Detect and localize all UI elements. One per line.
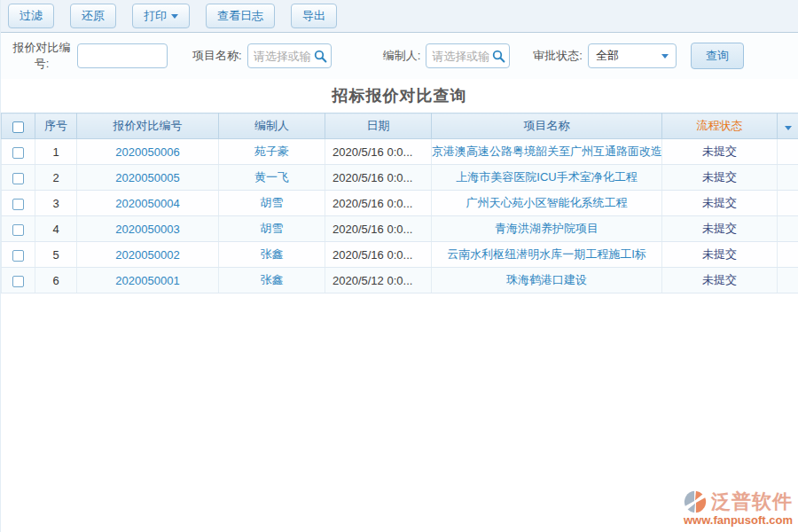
caret-down-icon	[171, 14, 178, 19]
seq-cell: 4	[35, 216, 77, 242]
approval-status-label: 审批状态:	[533, 48, 583, 64]
creator-label: 编制人:	[383, 48, 421, 64]
filter-button-label: 过滤	[20, 8, 43, 24]
project-link[interactable]: 青海洪湖养护院项目	[432, 216, 662, 242]
export-button[interactable]: 导出	[291, 4, 337, 28]
select-all-checkbox[interactable]	[12, 121, 24, 133]
date-cell: 2020/5/16 0:0...	[325, 191, 432, 216]
print-button[interactable]: 打印	[132, 4, 190, 28]
table-row: 2 2020050005 黄一飞 2020/5/16 0:0... 上海市美容医…	[2, 165, 798, 191]
creator-cell: 胡雪	[219, 216, 325, 242]
status-cell: 未提交	[662, 268, 778, 293]
creator-cell: 黄一飞	[219, 165, 325, 191]
compare-no-label: 报价对比编号:	[10, 40, 74, 71]
table-row: 5 2020050002 张鑫 2020/5/16 0:0... 云南水利枢纽潜…	[2, 242, 798, 268]
table-row: 1 2020050006 苑子豪 2020/5/16 0:0... 京港澳高速公…	[2, 139, 798, 165]
status-cell: 未提交	[662, 216, 778, 242]
restore-button-label: 还原	[82, 8, 105, 24]
page: 过滤 还原 打印 查看日志 导出 报价对比编号: 项目名称: 编制人:	[0, 0, 798, 532]
project-link[interactable]: 广州天心苑小区智能化系统工程	[432, 191, 662, 216]
data-table: 序号 报价对比编号 编制人 日期 项目名称 流程状态 1 2020050006 …	[1, 113, 798, 293]
quote-no-link[interactable]: 2020050003	[77, 216, 219, 242]
page-title: 招标报价对比查询	[332, 85, 467, 106]
quote-no-link[interactable]: 2020050002	[77, 242, 219, 268]
row-checkbox[interactable]	[12, 224, 24, 236]
quote-no-link[interactable]: 2020050006	[77, 139, 219, 165]
quote-no-link[interactable]: 2020050005	[77, 165, 219, 191]
status-cell: 未提交	[662, 165, 778, 191]
date-cell: 2020/5/12 0:0...	[325, 268, 432, 293]
row-checkbox[interactable]	[12, 173, 24, 184]
quote-no-link[interactable]: 2020050001	[77, 268, 219, 293]
brand-name: 泛普软件	[711, 489, 793, 515]
quote-no-link[interactable]: 2020050004	[77, 191, 219, 216]
column-filter-cell	[778, 113, 798, 139]
creator-cell: 张鑫	[219, 242, 325, 268]
select-all-cell	[2, 113, 35, 139]
row-checkbox[interactable]	[12, 250, 24, 262]
status-cell: 未提交	[662, 191, 778, 216]
header-date: 日期	[325, 113, 432, 139]
caret-down-icon	[661, 54, 669, 59]
header-quote-no: 报价对比编号	[77, 113, 219, 139]
date-cell: 2020/5/16 0:0...	[325, 165, 432, 191]
status-cell: 未提交	[662, 242, 778, 268]
seq-cell: 3	[35, 191, 77, 216]
seq-cell: 1	[35, 139, 77, 165]
approval-status-value: 全部	[596, 48, 619, 64]
search-icon[interactable]	[492, 50, 505, 63]
compare-no-input[interactable]	[77, 43, 168, 68]
creator-cell: 胡雪	[219, 191, 325, 216]
project-link[interactable]: 云南水利枢纽潜明水库一期工程施工I标	[432, 242, 662, 268]
table-row: 6 2020050001 张鑫 2020/5/12 0:0... 珠海鹤港口建设…	[2, 268, 798, 293]
view-log-button[interactable]: 查看日志	[206, 4, 275, 28]
seq-cell: 5	[35, 242, 77, 268]
project-name-label: 项目名称:	[192, 48, 242, 64]
fanpu-logo-icon	[683, 489, 708, 514]
header-creator: 编制人	[219, 113, 325, 139]
approval-status-select[interactable]: 全部	[588, 43, 677, 68]
query-button[interactable]: 查询	[691, 43, 744, 69]
filter-button[interactable]: 过滤	[8, 4, 54, 28]
watermark: 泛普软件 www.fanpusoft.com	[683, 489, 793, 527]
project-link[interactable]: 珠海鹤港口建设	[432, 268, 662, 293]
project-name-search	[247, 43, 332, 68]
status-cell: 未提交	[662, 139, 778, 165]
date-cell: 2020/5/16 0:0...	[325, 216, 432, 242]
row-checkbox[interactable]	[12, 147, 24, 159]
project-link[interactable]: 京港澳高速公路粤境韶关至广州互通路面改造	[432, 139, 662, 165]
header-flow-status: 流程状态	[662, 113, 778, 139]
row-checkbox[interactable]	[12, 199, 24, 210]
date-cell: 2020/5/16 0:0...	[325, 139, 432, 165]
creator-cell: 张鑫	[219, 268, 325, 293]
date-cell: 2020/5/16 0:0...	[325, 242, 432, 268]
brand-url: www.fanpusoft.com	[683, 513, 793, 527]
seq-cell: 6	[35, 268, 77, 293]
table-row: 4 2020050003 胡雪 2020/5/16 0:0... 青海洪湖养护院…	[2, 216, 798, 242]
seq-cell: 2	[35, 165, 77, 191]
header-seq: 序号	[35, 113, 77, 139]
restore-button[interactable]: 还原	[70, 4, 116, 28]
row-checkbox[interactable]	[12, 276, 24, 287]
toolbar: 过滤 还原 打印 查看日志 导出	[1, 0, 798, 33]
table-header-row: 序号 报价对比编号 编制人 日期 项目名称 流程状态	[2, 113, 798, 139]
table-row: 3 2020050004 胡雪 2020/5/16 0:0... 广州天心苑小区…	[2, 191, 798, 216]
search-icon[interactable]	[314, 50, 327, 63]
header-project: 项目名称	[432, 113, 662, 139]
view-log-button-label: 查看日志	[217, 8, 263, 24]
title-row: 招标报价对比查询	[1, 79, 798, 113]
creator-search	[426, 43, 510, 68]
filter-bar: 报价对比编号: 项目名称: 编制人: 审批状态: 全部 查询	[1, 33, 798, 79]
print-button-label: 打印	[144, 8, 167, 24]
creator-cell: 苑子豪	[219, 139, 325, 165]
project-link[interactable]: 上海市美容医院ICU手术室净化工程	[432, 165, 662, 191]
export-button-label: 导出	[302, 8, 325, 24]
column-filter-icon[interactable]	[785, 126, 792, 130]
